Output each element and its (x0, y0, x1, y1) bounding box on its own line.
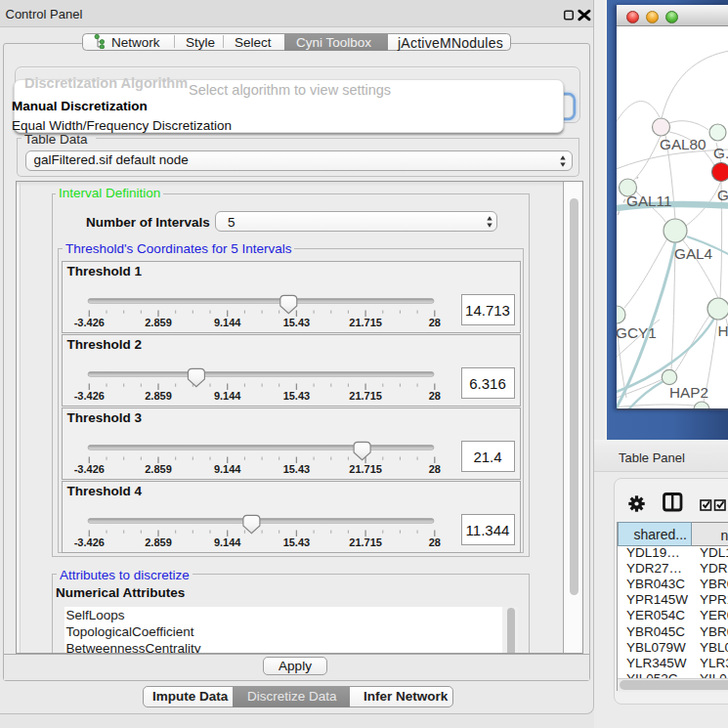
svg-text:HAP2: HAP2 (669, 384, 708, 401)
svg-text:GCY1: GCY1 (617, 324, 657, 341)
svg-text:H: H (718, 322, 728, 339)
svg-text:GAL4: GAL4 (674, 245, 713, 262)
svg-text:GAL80: GAL80 (660, 136, 707, 152)
svg-text:G: G (717, 187, 728, 203)
svg-text:G.: G. (713, 145, 728, 161)
svg-text:GAL11: GAL11 (626, 193, 672, 209)
